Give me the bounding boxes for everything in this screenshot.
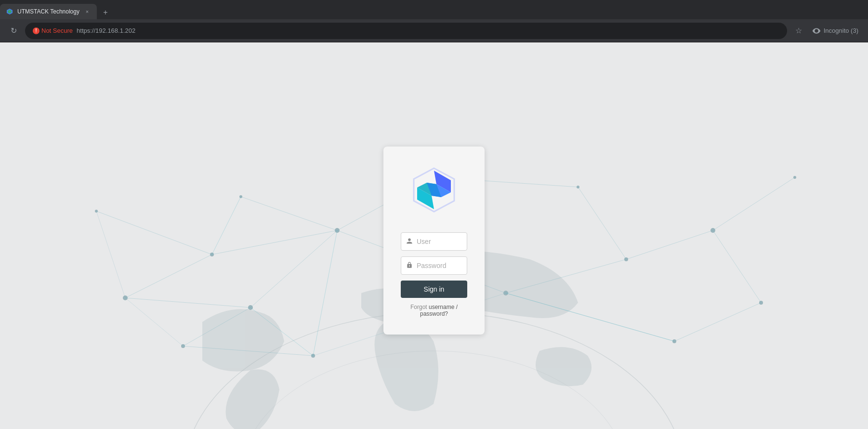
address-field[interactable]: ! Not Secure https://192.168.1.202	[25, 23, 787, 39]
forgot-prefix: Forgot	[410, 304, 429, 310]
not-secure-label: Not Secure	[41, 27, 73, 34]
url-host: 192.168.1.202	[95, 27, 135, 34]
address-bar-row: ↻ ! Not Secure https://192.168.1.202 ☆ I…	[0, 19, 868, 42]
username-input-group	[401, 232, 467, 251]
forgot-text: Forgot username / password?	[401, 304, 467, 317]
toolbar-right: ☆ Incognito (3)	[791, 23, 862, 39]
login-card: Sign in Forgot username / password?	[383, 147, 485, 335]
incognito-button[interactable]: Incognito (3)	[808, 25, 862, 37]
password-input-group	[401, 256, 467, 275]
tab-favicon	[6, 8, 13, 15]
login-form: Sign in Forgot username / password?	[401, 232, 467, 317]
tab-bar: UTMSTACK Technology × +	[0, 0, 868, 19]
star-button[interactable]: ☆	[791, 23, 806, 39]
password-input[interactable]	[417, 262, 501, 269]
browser-chrome: UTMSTACK Technology × + ↻ ! Not Secure h…	[0, 0, 868, 42]
logo-container	[410, 166, 458, 219]
page-content: Sign in Forgot username / password?	[0, 42, 868, 429]
incognito-icon	[812, 27, 821, 35]
not-secure-icon: !	[33, 27, 39, 34]
tab-title: UTMSTACK Technology	[17, 8, 79, 15]
utmstack-logo	[410, 166, 458, 219]
signin-button[interactable]: Sign in	[401, 281, 467, 298]
username-input[interactable]	[417, 238, 501, 245]
url-display: https://192.168.1.202	[77, 27, 135, 34]
not-secure-indicator[interactable]: ! Not Secure	[33, 27, 73, 34]
active-tab[interactable]: UTMSTACK Technology ×	[0, 4, 97, 19]
user-icon	[406, 238, 413, 246]
tab-close-button[interactable]: ×	[83, 8, 91, 15]
incognito-label: Incognito (3)	[824, 27, 858, 34]
lock-icon	[406, 262, 413, 270]
url-protocol: https://	[77, 27, 95, 34]
new-tab-button[interactable]: +	[99, 6, 112, 19]
reload-button[interactable]: ↻	[6, 23, 21, 39]
